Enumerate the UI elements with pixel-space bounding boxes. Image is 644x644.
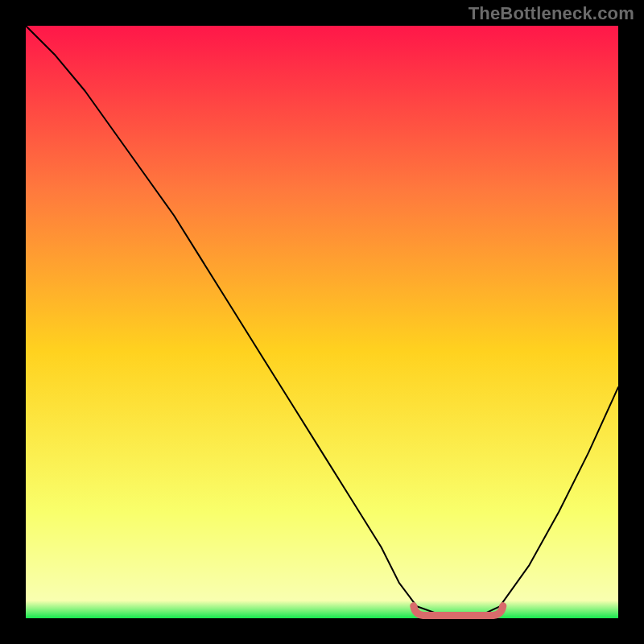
chart-root: { "watermark": "TheBottleneck.com", "col… [0,0,644,644]
watermark-text: TheBottleneck.com [469,3,634,24]
plot-area [26,26,618,618]
chart-svg [0,0,644,644]
